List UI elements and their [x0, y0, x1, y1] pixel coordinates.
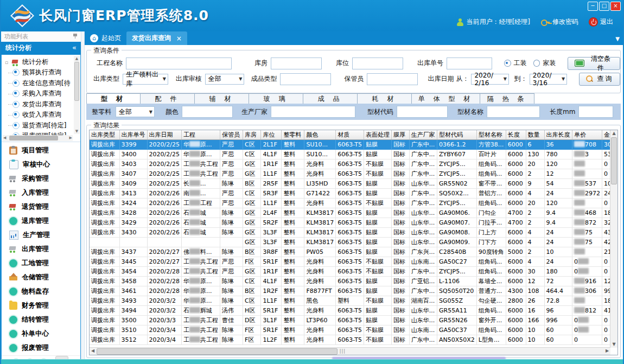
column-header-工程[interactable]: 工程 [181, 130, 220, 140]
scrollbar-thumb[interactable] [611, 137, 617, 184]
color-input[interactable] [182, 106, 233, 118]
minimize-button[interactable]: ─ [588, 2, 598, 11]
table-row[interactable]: G区3L3F整料KLM38176063-T5贴膜国标山东华...GA90M09.… [90, 238, 617, 247]
scroll-left-icon[interactable]: ◀ [3, 136, 6, 140]
radio-jiazhuang[interactable] [533, 60, 540, 67]
table-row[interactable]: 调拨出库34072020/2/25工共工程严思G区1L1F整料光身料6063-T… [90, 169, 617, 179]
scroll-down-icon[interactable]: ▼ [74, 129, 80, 134]
clear-conditions-button[interactable]: 清空条件 [568, 57, 620, 70]
column-header-单价[interactable]: 单价 [572, 130, 602, 140]
table-row[interactable]: 调拨出库35102020/3/4工共工程陈琳F区5R1F整料光身料6063-T5… [90, 325, 617, 335]
column-header-颜色[interactable]: 颜色 [304, 130, 336, 140]
table-row[interactable]: 调拨出库34942020/3/2石辉城汤伟H区5R1F整料光身料6063-T5贴… [90, 306, 617, 316]
table-row[interactable]: 调拨出库34302020/2/26石城陈琳G区3L3F整料KLM38176063… [90, 228, 617, 238]
table-row[interactable]: 调拨出库34292020/2/26石城陈琳G区5R2F整料KLM38176063… [90, 218, 617, 228]
table-row[interactable]: 调拨出库34242020/2/26工工程严思G区1L1F整料光身料6063-T5… [90, 199, 617, 208]
tree-item-在途信息查询[待[interactable]: 在途信息查询[待 [5, 78, 80, 89]
tree-expander-icon[interactable]: ▫ [5, 60, 10, 65]
table-row[interactable]: 调拨出库34282020/2/26石城陈琳G区2L4F整料KLM38176063… [90, 208, 617, 218]
material-tab-玻璃[interactable]: 玻 璃 [249, 93, 303, 104]
table-row[interactable]: 调拨出库34132020/2/26南...严思C区5R3F整料G71422606… [90, 189, 617, 199]
sidebar-item-财务管理[interactable]: 财务管理 [2, 299, 80, 313]
material-tab-型材[interactable]: 型 材 [86, 93, 141, 104]
tree-horizontal-scrollbar[interactable]: ◀ ▶ [3, 135, 73, 141]
table-horizontal-scrollbar[interactable]: ◀ ||| ▶ [90, 347, 610, 355]
table-row[interactable]: 调拨出库34002020/2/25华原...严思C区4L1F整料SU10...6… [90, 150, 617, 159]
radio-gongzhuang[interactable] [504, 60, 511, 67]
scroll-right-icon[interactable]: ▶ [69, 136, 72, 140]
column-header-型材代码[interactable]: 型材代码 [437, 130, 477, 140]
column-header-出库类型[interactable]: 出库类型 [90, 130, 119, 140]
sidebar-item-报废管理[interactable]: 报废管理 [2, 341, 80, 355]
material-tab-辅材[interactable]: 辅 材 [195, 93, 249, 104]
material-tab-成品[interactable]: 成 品 [303, 93, 358, 104]
scrollbar-thumb[interactable] [74, 62, 79, 101]
sidebar-panel-header[interactable]: 统计分析 « [1, 42, 81, 55]
column-header-数量[interactable]: 数量 [526, 130, 544, 140]
date-from-select[interactable]: 2020/ 2/16▼ [471, 74, 508, 85]
audit-select[interactable]: 全部▼ [205, 74, 245, 85]
tree-item-采购入库查询[interactable]: 采购入库查询 [5, 88, 80, 99]
profile-name-input[interactable] [487, 106, 540, 118]
sidebar-item-生产管理[interactable]: 生产管理 [2, 228, 80, 242]
tab-list-dropdown-icon[interactable]: ▼ [615, 36, 620, 42]
tab-shipping-outbound-query[interactable]: 发货出库查询 × [126, 31, 187, 45]
profile-code-input[interactable] [397, 106, 448, 118]
sidebar-item-退货管理[interactable]: 退货管理 [2, 200, 80, 214]
close-button[interactable]: × [610, 2, 621, 11]
column-header-表面处理[interactable]: 表面处理 [364, 130, 391, 140]
column-header-整零料[interactable]: 整零料 [282, 130, 304, 140]
table-row[interactable]: 调拨出库34612020/2/28华原...陈琳B区1R2F整料F8877FT6… [90, 286, 617, 296]
material-tab-耗材[interactable]: 耗 材 [358, 93, 412, 104]
location-input[interactable] [352, 58, 403, 69]
out-type-select[interactable]: 生产领料出库▼ [123, 74, 168, 85]
scroll-up-icon[interactable]: ▲ [610, 130, 617, 137]
logout-button[interactable]: 退出 [589, 17, 613, 27]
column-header-长度[interactable]: 长度 [506, 130, 526, 140]
scroll-left-icon[interactable]: ◀ [90, 348, 96, 354]
material-tab-单体型材[interactable]: 单 体 型 材 [412, 93, 480, 104]
sidebar-item-物料盘存[interactable]: 物料盘存 [2, 285, 80, 299]
table-row[interactable]: 调拨出库35122020/3/4工共工程陈琳F区1L2F整料光身料6063-T5… [90, 335, 617, 345]
tree-item-预算执行查询[interactable]: 预算执行查询 [5, 67, 80, 78]
sidebar-item-退库管理[interactable]: 退库管理 [2, 214, 80, 228]
warehouse-input[interactable] [271, 58, 322, 69]
scroll-down-icon[interactable]: ▼ [610, 341, 617, 348]
scroll-up-icon[interactable]: ▲ [74, 56, 80, 61]
tab-home[interactable]: ⌂ 起始页 [85, 31, 126, 45]
sidebar-item-采购管理[interactable]: 采购管理 [2, 172, 80, 186]
column-header-型材名称[interactable]: 型材名称 [476, 130, 506, 140]
order-no-input[interactable] [447, 58, 492, 69]
material-tab-隔热条[interactable]: 隔 热 条 [480, 93, 534, 104]
table-row[interactable]: 调拨出库34032020/2/25工共工程严思G区1R1F整料光身料6063-T… [90, 159, 617, 169]
column-header-出库日期[interactable]: 出库日期 [147, 130, 181, 140]
material-tab-配件[interactable]: 配 件 [141, 93, 195, 104]
sidebar-item-结转管理[interactable]: 结转管理 [2, 313, 80, 327]
sidebar-item-补单中心[interactable]: 补单中心 [2, 327, 80, 341]
search-button[interactable]: 查 询 [579, 73, 620, 86]
vendor-input[interactable] [271, 106, 355, 118]
change-password-button[interactable]: 修改密码 [541, 17, 578, 27]
date-to-select[interactable]: 2020/ 3/16▼ [530, 74, 567, 85]
table-row[interactable]: 调拨出库34092020/2/25长...陈琳B区2R5F整料LI35HD606… [90, 179, 617, 189]
table-row[interactable]: 调拨出库35002020/3/3工共工程曹佳D区3L1F整料LT3P606063… [90, 316, 617, 325]
pin-icon[interactable] [73, 34, 78, 39]
table-row[interactable]: 调拨出库34932020/3/2华原...陈琳C区1L1F整料黑色塑料不贴膜国标… [90, 296, 617, 306]
project-name-input[interactable] [126, 58, 232, 69]
sidebar-item-审核中心[interactable]: 审核中心 [2, 158, 80, 172]
column-header-膜厚[interactable]: 膜厚 [391, 130, 409, 140]
scroll-right-icon[interactable]: ▶ [604, 348, 610, 354]
column-header-材质[interactable]: 材质 [336, 130, 364, 140]
tree-item-发货出库查询[interactable]: 发货出库查询 [5, 99, 80, 110]
table-row[interactable]: 调拨出库34582020/2/28华原...陈琳C区4L1F整料光身料6063-… [90, 277, 617, 286]
table-row[interactable]: 调拨出库33992020/2/25华原...严思C区2L1F整料SU10...6… [90, 140, 617, 150]
whole-piece-select[interactable]: 全部▼ [116, 106, 155, 117]
table-vertical-scrollbar[interactable]: ▲ ▼ [610, 130, 617, 348]
sidebar-item-出库管理[interactable]: 出库管理 [2, 242, 80, 257]
sidebar-item-仓储管理[interactable]: 仓储管理 [2, 271, 80, 285]
column-header-出库长度[interactable]: 出库长度 [544, 130, 572, 140]
sidebar-splitter[interactable] [81, 31, 85, 360]
scrollbar-thumb[interactable] [97, 348, 338, 355]
scrollbar-thumb[interactable] [9, 136, 58, 141]
column-header-保管员[interactable]: 保管员 [220, 130, 243, 140]
